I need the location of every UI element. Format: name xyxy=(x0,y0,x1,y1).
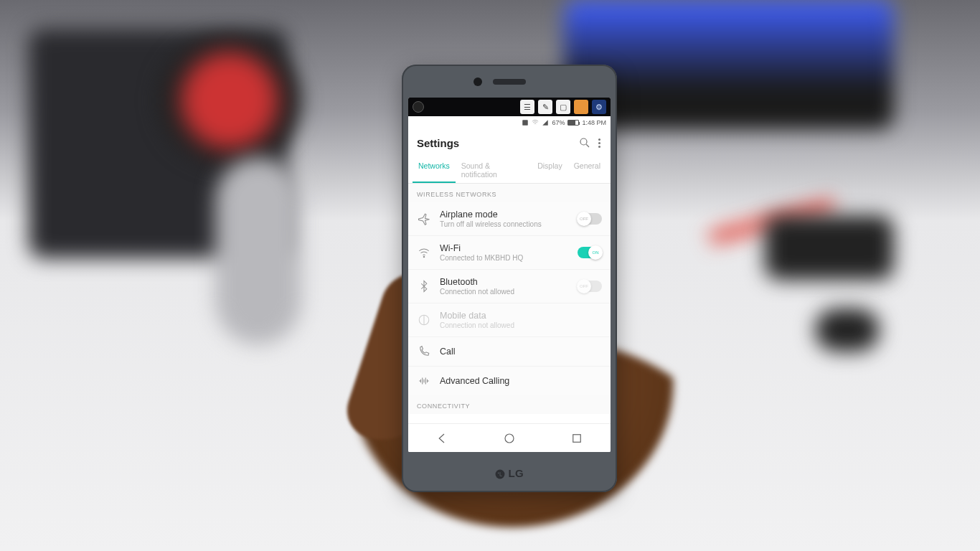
wifi-label: Wi-Fi xyxy=(440,243,569,253)
nav-home-icon[interactable] xyxy=(503,432,516,445)
row-bluetooth[interactable]: Bluetooth Connection not allowed OFF xyxy=(408,270,611,303)
svg-rect-0 xyxy=(523,120,529,126)
app-shortcut-1[interactable]: ☰ xyxy=(520,100,534,114)
phone-frame: ☰ ✎ ▢ ⚙ 67% 1:48 PM Settings Networks So… xyxy=(402,65,617,492)
secondary-display: ☰ ✎ ▢ ⚙ xyxy=(408,98,611,116)
bluetooth-icon xyxy=(417,279,431,293)
status-time: 1:48 PM xyxy=(582,119,606,126)
row-call[interactable]: Call xyxy=(408,337,611,367)
call-label: Call xyxy=(440,347,602,357)
tab-networks[interactable]: Networks xyxy=(413,156,456,183)
tab-sound-notification[interactable]: Sound & notification xyxy=(456,156,532,183)
svg-point-1 xyxy=(580,138,587,145)
android-nav-bar xyxy=(408,423,611,452)
mobile-data-icon xyxy=(417,313,431,327)
svg-point-8 xyxy=(498,472,499,474)
nav-recent-icon[interactable] xyxy=(570,432,583,445)
earpiece xyxy=(493,79,526,85)
advanced-calling-label: Advanced Calling xyxy=(440,376,602,386)
settings-tabs: Networks Sound & notification Display Ge… xyxy=(408,156,611,184)
signal-icon xyxy=(542,119,549,126)
phone-brand-logo: LG xyxy=(402,467,617,479)
status-bar: 67% 1:48 PM xyxy=(408,116,611,129)
mobile-data-label: Mobile data xyxy=(440,311,602,321)
svg-rect-6 xyxy=(573,434,581,442)
wifi-sub: Connected to MKBHD HQ xyxy=(440,254,569,262)
airplane-label: Airplane mode xyxy=(440,209,569,220)
row-advanced-calling[interactable]: Advanced Calling xyxy=(408,367,611,395)
svg-point-5 xyxy=(505,434,514,443)
bg-stand xyxy=(215,158,301,344)
advanced-calling-icon xyxy=(417,374,431,388)
wifi-icon xyxy=(417,245,431,260)
row-wifi[interactable]: Wi-Fi Connected to MKBHD HQ ON xyxy=(408,236,611,270)
app-shortcut-settings[interactable]: ⚙ xyxy=(592,100,606,114)
battery-icon xyxy=(567,120,579,126)
svg-point-3 xyxy=(423,256,425,258)
bluetooth-sub: Connection not allowed xyxy=(440,288,569,296)
section-header-wireless: WIRELESS NETWORKS xyxy=(408,184,611,202)
bluetooth-toggle[interactable]: OFF xyxy=(578,281,602,292)
app-shortcut-4[interactable] xyxy=(574,100,588,114)
airplane-sub: Turn off all wireless connections xyxy=(440,220,569,228)
wifi-toggle[interactable]: ON xyxy=(578,247,602,258)
bg-small-item xyxy=(815,309,880,352)
bg-desk-phone xyxy=(765,215,894,280)
tab-general[interactable]: General xyxy=(568,156,606,183)
battery-percent: 67% xyxy=(552,119,565,126)
row-mobile-data[interactable]: Mobile data Connection not allowed xyxy=(408,303,611,337)
nav-back-icon[interactable] xyxy=(435,432,448,445)
tab-display[interactable]: Display xyxy=(532,156,567,183)
bluetooth-label: Bluetooth xyxy=(440,277,569,287)
section-header-connectivity: CONNECTIVITY xyxy=(408,395,611,414)
front-camera-icon xyxy=(413,101,424,113)
wireless-networks-list: Airplane mode Turn off all wireless conn… xyxy=(408,202,611,395)
row-airplane-mode[interactable]: Airplane mode Turn off all wireless conn… xyxy=(408,202,611,236)
page-title: Settings xyxy=(417,137,573,149)
front-sensor xyxy=(473,77,482,86)
overflow-menu-icon[interactable] xyxy=(597,138,602,148)
svg-line-2 xyxy=(586,144,589,147)
search-icon[interactable] xyxy=(578,136,591,149)
nfc-icon xyxy=(522,119,529,126)
mobile-data-sub: Connection not allowed xyxy=(440,321,602,329)
app-title-bar: Settings xyxy=(408,129,611,156)
wifi-status-icon xyxy=(532,119,539,126)
app-shortcut-3[interactable]: ▢ xyxy=(556,100,570,114)
airplane-icon xyxy=(417,212,431,226)
phone-screen: ☰ ✎ ▢ ⚙ 67% 1:48 PM Settings Networks So… xyxy=(408,98,611,452)
app-shortcut-2[interactable]: ✎ xyxy=(538,100,552,114)
call-icon xyxy=(417,344,431,359)
bg-headphones xyxy=(158,36,301,165)
airplane-toggle[interactable]: OFF xyxy=(578,213,602,225)
